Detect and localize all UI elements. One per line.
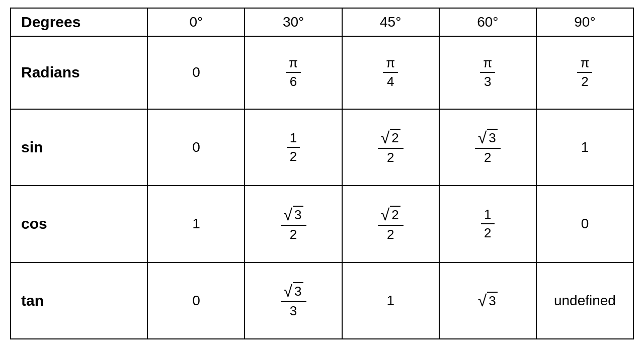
radians-90: π 2 xyxy=(536,36,633,109)
tan-label: tan xyxy=(11,263,147,339)
col-header-0: 0° xyxy=(147,8,245,36)
col-header-90: 90° xyxy=(536,8,633,36)
trig-table-wrapper: Degrees 0° 30° 45° 60° 90° Radians 0 π 6 xyxy=(10,8,634,339)
tan-90: undefined xyxy=(536,263,633,339)
radians-45: π 4 xyxy=(342,36,439,109)
tan-row: tan 0 √3 3 1 √3 xyxy=(11,263,633,339)
trig-table: Degrees 0° 30° 45° 60° 90° Radians 0 π 6 xyxy=(10,8,634,339)
sin-30: 1 2 xyxy=(245,109,342,186)
cos-0: 1 xyxy=(147,186,245,262)
tan-0: 0 xyxy=(147,263,245,339)
radians-0: 0 xyxy=(147,36,245,109)
cos-90: 0 xyxy=(536,186,633,262)
radians-60: π 3 xyxy=(439,36,536,109)
col-header-60: 60° xyxy=(439,8,536,36)
tan-60: √3 xyxy=(439,263,536,339)
tan-30: √3 3 xyxy=(245,263,342,339)
tan-45: 1 xyxy=(342,263,439,339)
cos-row: cos 1 √3 2 xyxy=(11,186,633,262)
sin-label: sin xyxy=(11,109,147,186)
sin-45: √2 2 xyxy=(342,109,439,186)
cos-45: √2 2 xyxy=(342,186,439,262)
degrees-header: Degrees xyxy=(11,8,147,36)
radians-label: Radians xyxy=(11,36,147,109)
col-header-30: 30° xyxy=(245,8,342,36)
cos-60: 1 2 xyxy=(439,186,536,262)
sin-60: √3 2 xyxy=(439,109,536,186)
radians-30: π 6 xyxy=(245,36,342,109)
cos-30: √3 2 xyxy=(245,186,342,262)
sin-0: 0 xyxy=(147,109,245,186)
radians-row: Radians 0 π 6 π 4 π xyxy=(11,36,633,109)
col-header-45: 45° xyxy=(342,8,439,36)
cos-label: cos xyxy=(11,186,147,262)
sin-row: sin 0 1 2 √2 2 xyxy=(11,109,633,186)
sin-90: 1 xyxy=(536,109,633,186)
